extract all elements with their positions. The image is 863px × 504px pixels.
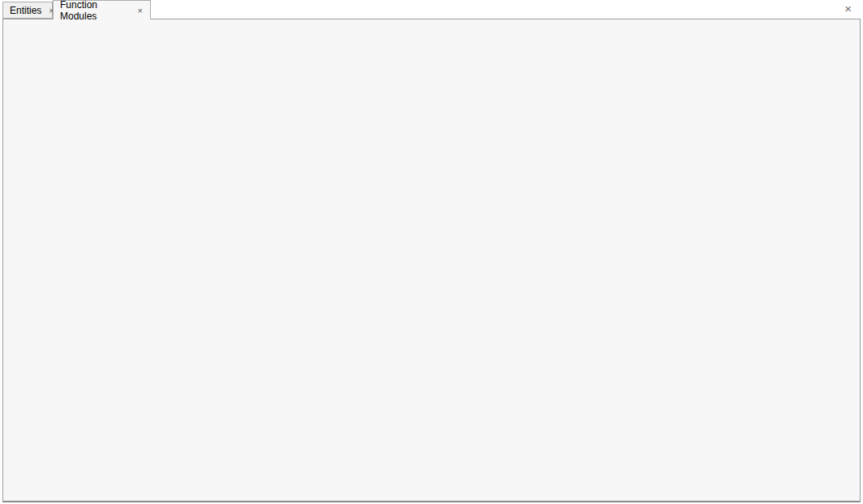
tab-close-icon[interactable]: × (137, 6, 144, 15)
tab-label: Function Modules (60, 0, 131, 22)
content-panel (2, 19, 861, 502)
function-modules-window: Entities × Function Modules × × Customer… (0, 0, 863, 504)
tab-entities[interactable]: Entities × (2, 2, 53, 19)
tab-function-modules[interactable]: Function Modules × (53, 0, 151, 19)
tab-label: Entities (10, 5, 41, 16)
window-close-icon[interactable]: × (844, 2, 852, 15)
tab-bar: Entities × Function Modules × × (0, 0, 863, 19)
